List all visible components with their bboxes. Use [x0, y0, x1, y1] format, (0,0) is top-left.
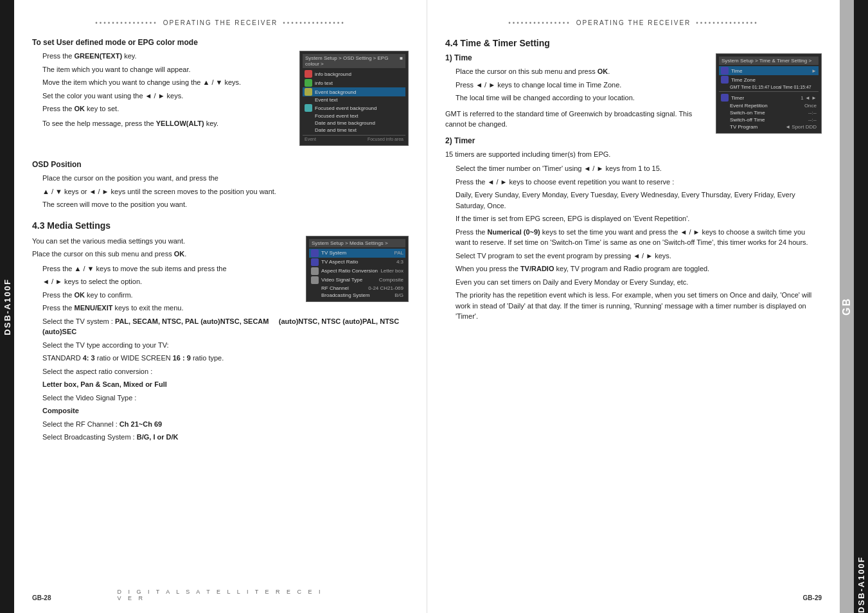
left-header-title: OPERATING THE RECEIVER — [163, 19, 278, 26]
osd-icon-red — [305, 70, 312, 78]
right-side-tab-text: DSB-A100F — [856, 0, 866, 613]
time-timer-title: 4.4 Time & Timer Setting — [445, 38, 822, 48]
timer-menu-row-time: Time ► — [719, 66, 819, 75]
media-step-11: Composite — [42, 405, 409, 416]
osd-menu-row-7: Date and time background — [303, 120, 405, 127]
osd-color-title: To set User defined mode or EPG color mo… — [32, 38, 409, 47]
right-page: ••••••••••••••• OPERATING THE RECEIVER •… — [427, 0, 840, 613]
osd-menu-row-2: info text — [303, 78, 405, 87]
gb-side-label: GB — [840, 0, 854, 613]
timer-separator-1 — [719, 91, 819, 92]
osd-icon-green — [305, 79, 312, 87]
timer-step-8: Even you can set timers on Daily and Eve… — [456, 277, 822, 288]
right-dots-left: ••••••••••••••• — [508, 19, 571, 26]
gb-label-text: GB — [841, 298, 853, 315]
time-subsection: System Setup > Time & Timer Setting > Ti… — [445, 53, 822, 136]
osd-menu-image: System Setup > OSD Setting > EPG colour … — [299, 51, 409, 146]
left-header: ••••••••••••••• OPERATING THE RECEIVER •… — [32, 19, 409, 26]
osd-menu-row-8: Date and time text — [303, 127, 405, 134]
media-step-4: Press the MENU/EXIT keys to exit the men… — [42, 303, 409, 314]
media-row-5: RF Channel 0-24 CH21-069 — [309, 285, 405, 292]
media-step-5: Select the TV system : PAL, SECAM, NTSC,… — [42, 316, 409, 337]
timer-menu-image: System Setup > Time & Timer Setting > Ti… — [716, 53, 822, 134]
osd-position-p3: The screen will move to the position you… — [42, 199, 409, 210]
osd-menu-row-3: Event background — [303, 87, 405, 96]
media-step-10: Select the Video Signal Type : — [42, 393, 409, 404]
osd-position-p1: Place the cursor on the position you wan… — [42, 173, 409, 184]
timer-step-2: Press the ◄ / ► keys to choose event rep… — [456, 177, 822, 188]
media-menu-header: System Setup > Media Settings > — [309, 239, 405, 247]
media-step-8: Select the aspect ratio conversion : — [42, 366, 409, 377]
left-dots-right: ••••••••••••••• — [283, 19, 346, 26]
media-row-3: Aspect Ratio Conversion Letter box — [309, 267, 405, 276]
timer-step-7: When you press the TV/RADIO key, TV prog… — [456, 263, 822, 274]
osd-icon-yellow — [305, 88, 312, 96]
right-page-number: GB-29 — [803, 594, 822, 601]
right-header: ••••••••••••••• OPERATING THE RECEIVER •… — [445, 19, 822, 26]
timer-menu-row-tz: Time Zone — [719, 75, 819, 84]
media-step-13: Select Broadcasting System : B/G, I or D… — [42, 432, 409, 443]
timer-icon-2 — [721, 76, 729, 84]
timer-step-1: Select the timer number on 'Timer' using… — [456, 163, 822, 174]
media-icon-2 — [311, 258, 319, 266]
media-step-9: Letter box, Pan & Scan, Mixed or Full — [42, 379, 409, 390]
osd-menu-row-5: Focused event background — [303, 103, 405, 112]
media-row-6: Broadcasting System B/G — [309, 292, 405, 299]
osd-menu-footer: Event Focused info area — [303, 135, 405, 143]
timer-step-6: Select TV program to set the event progr… — [456, 251, 822, 262]
osd-menu-row-1: info background — [303, 69, 405, 78]
media-icon-1 — [311, 249, 319, 257]
left-side-tab: DSB-A100F — [0, 0, 14, 613]
media-row-1: TV System PAL — [309, 249, 405, 258]
media-step-6: Select the TV type according to your TV: — [42, 340, 409, 351]
timer-menu-header: System Setup > Time & Timer Setting > — [719, 57, 819, 65]
media-title: 4.3 Media Settings — [32, 220, 409, 231]
timer-menu-row-rep: Event Repetition Once — [719, 102, 819, 109]
right-side-tab: DSB-A100F — [854, 0, 868, 613]
timer-intro: 15 timers are supported including timer(… — [445, 149, 822, 160]
osd-menu-row-6: Focused event text — [303, 112, 405, 120]
main-content: ••••••••••••••• OPERATING THE RECEIVER •… — [14, 0, 840, 613]
media-section: 4.3 Media Settings System Setup > Media … — [32, 220, 409, 445]
media-icon-3 — [311, 267, 319, 275]
timer-steps: Select the timer number on 'Timer' using… — [445, 163, 822, 322]
timer-step-3: Daily, Every Sunday, Every Monday, Every… — [456, 190, 822, 211]
osd-position-title: OSD Position — [32, 160, 409, 169]
timer-menu-row-off: Switch-off Time --:-- — [719, 116, 819, 123]
left-page: ••••••••••••••• OPERATING THE RECEIVER •… — [14, 0, 427, 613]
timer-subsection: 2) Timer 15 timers are supported includi… — [445, 136, 822, 322]
timer-menu-row-gmt: GMT Time 01:15:47 Local Time 01:15:47 — [719, 84, 819, 90]
media-row-4: Video Signal Type Composite — [309, 276, 405, 285]
media-step-7: STANDARD 4: 3 ratio or WIDE SCREEN 16 : … — [42, 353, 409, 364]
timer-step-5: Press the Numerical (0~9) keys to set th… — [456, 227, 822, 248]
timer-icon-1 — [721, 67, 729, 75]
timer-menu-row-tv: TV Program ◄ Sport DDD — [719, 123, 819, 130]
timer-menu-row-on: Switch-on Time --:-- — [719, 109, 819, 116]
timer-step-4: If the timer is set from EPG screen, EPG… — [456, 213, 822, 224]
media-step-12: Select the RF Channel : Ch 21~Ch 69 — [42, 419, 409, 430]
timer-menu-row-timer: Timer 1 ◄ ► — [719, 93, 819, 102]
left-side-tab-text: DSB-A100F — [3, 278, 12, 335]
osd-position-p2: ▲ / ▼ keys or ◄ / ► keys until the scree… — [42, 186, 409, 197]
osd-position-section: OSD Position Place the cursor on the pos… — [32, 160, 409, 210]
media-icon-4 — [311, 276, 319, 284]
time-timer-section: 4.4 Time & Timer Setting System Setup > … — [445, 38, 822, 322]
left-dots-left: ••••••••••••••• — [95, 19, 158, 26]
osd-color-section: To set User defined mode or EPG color mo… — [32, 38, 409, 151]
timer-title: 2) Timer — [445, 136, 822, 145]
right-header-title: OPERATING THE RECEIVER — [576, 19, 691, 26]
osd-icon-teal — [305, 104, 312, 112]
osd-position-text: Place the cursor on the position you wan… — [32, 173, 409, 210]
timer-icon-3 — [721, 94, 729, 102]
timer-step-9: The priority has the repetition event wh… — [456, 290, 822, 322]
left-page-number: GB-28 — [32, 594, 51, 601]
osd-menu-header: System Setup > OSD Setting > EPG colour … — [303, 54, 405, 68]
right-dots-right: ••••••••••••••• — [696, 19, 759, 26]
osd-menu-row-4: Event text — [303, 96, 405, 103]
media-row-2: TV Aspect Ratio 4:3 — [309, 258, 405, 267]
digital-footer-text: D I G I T A L S A T E L L I T E R E C E … — [118, 589, 324, 601]
media-menu-image: System Setup > Media Settings > TV Syste… — [306, 236, 409, 302]
